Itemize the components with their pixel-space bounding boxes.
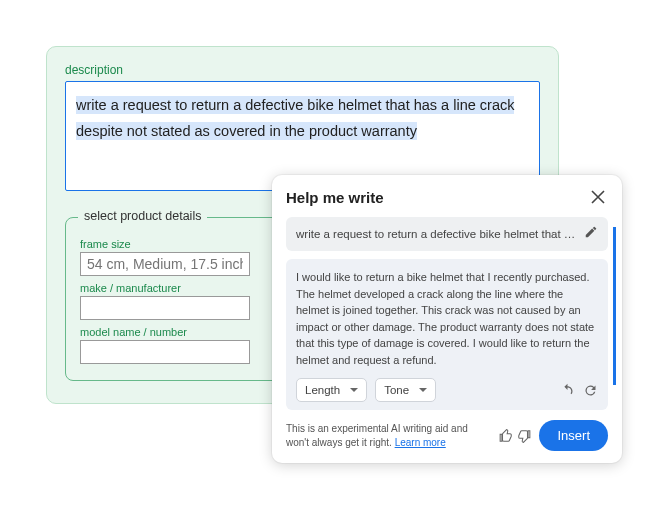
refresh-icon [583, 383, 598, 398]
tone-dropdown[interactable]: Tone [375, 378, 436, 402]
thumbs-down-icon [517, 429, 531, 443]
tone-label: Tone [384, 384, 409, 396]
accent-bar [613, 227, 616, 385]
thumbs-down-button[interactable] [517, 429, 531, 443]
undo-button[interactable] [560, 383, 575, 398]
result-text: I would like to return a bike helmet tha… [296, 269, 598, 368]
learn-more-link[interactable]: Learn more [395, 437, 446, 448]
feedback-thumbs [499, 429, 531, 443]
result-box: I would like to return a bike helmet tha… [286, 259, 608, 410]
model-input[interactable] [80, 340, 250, 364]
caret-down-icon [419, 388, 427, 392]
description-label: description [65, 63, 540, 77]
close-button[interactable] [588, 187, 608, 207]
caret-down-icon [350, 388, 358, 392]
make-input[interactable] [80, 296, 250, 320]
length-dropdown[interactable]: Length [296, 378, 367, 402]
thumbs-up-icon [499, 429, 513, 443]
length-label: Length [305, 384, 340, 396]
insert-button[interactable]: Insert [539, 420, 608, 451]
panel-footer: This is an experimental AI writing aid a… [286, 420, 608, 451]
help-me-write-panel: Help me write write a request to return … [272, 175, 622, 463]
disclaimer-text: This is an experimental AI writing aid a… [286, 422, 491, 450]
prompt-text: write a request to return a defective bi… [296, 228, 576, 240]
undo-icon [560, 383, 575, 398]
pencil-icon[interactable] [584, 225, 598, 243]
controls-row: Length Tone [296, 378, 598, 402]
panel-title: Help me write [286, 189, 384, 206]
prompt-chip[interactable]: write a request to return a defective bi… [286, 217, 608, 251]
thumbs-up-button[interactable] [499, 429, 513, 443]
frame-size-input[interactable] [80, 252, 250, 276]
fieldset-legend: select product details [78, 209, 207, 223]
close-icon [591, 190, 605, 204]
description-text: write a request to return a defective bi… [76, 96, 514, 140]
refresh-button[interactable] [583, 383, 598, 398]
panel-header: Help me write [286, 187, 608, 207]
